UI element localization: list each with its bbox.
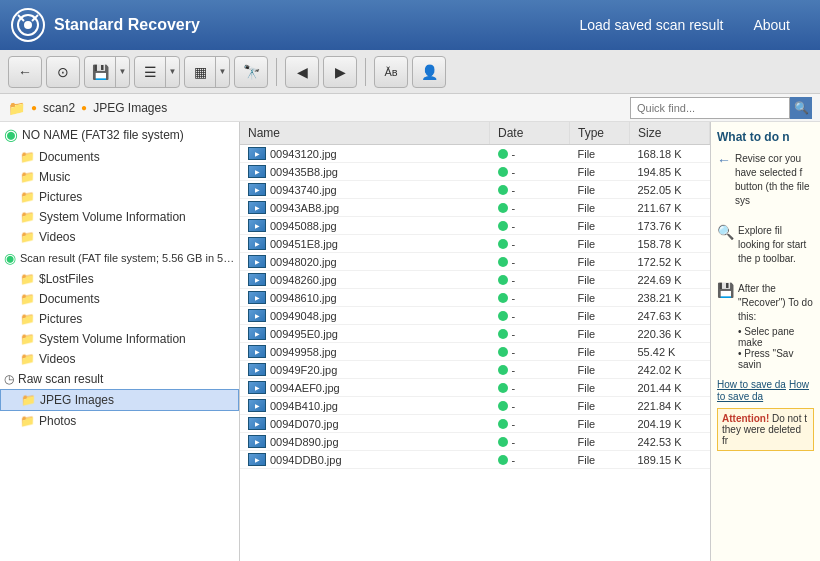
tree-item-videos2[interactable]: 📁 Videos — [0, 349, 239, 369]
scan-status-icon: ◉ — [4, 250, 16, 266]
svg-point-2 — [24, 21, 32, 29]
about-link[interactable]: About — [753, 17, 790, 33]
text-button[interactable]: Ăв — [374, 56, 408, 88]
tree-item-noname[interactable]: ◉ NO NAME (FAT32 file system) — [0, 122, 239, 147]
tree-item-label: Pictures — [39, 312, 82, 326]
file-name: 00949048.jpg — [270, 310, 337, 322]
date-container: - — [498, 382, 562, 394]
back-button[interactable]: ← — [8, 56, 42, 88]
col-date[interactable]: Date — [490, 122, 570, 145]
table-row[interactable]: ▶ 00943AB8.jpg - File 211.67 K — [240, 199, 710, 217]
file-name-cell: ▶ 00945088.jpg — [240, 217, 490, 235]
search-button[interactable]: ⊙ — [46, 56, 80, 88]
list-button[interactable]: ☰ — [135, 56, 165, 88]
file-type-icon: ▶ — [248, 291, 266, 304]
tree-item-jpeg-images[interactable]: 📁 JPEG Images — [0, 389, 239, 411]
table-row[interactable]: ▶ 00948020.jpg - File 172.52 K — [240, 253, 710, 271]
file-date-cell: - — [490, 235, 570, 253]
file-name-cell: ▶ 009435B8.jpg — [240, 163, 490, 181]
col-type[interactable]: Type — [570, 122, 630, 145]
table-row[interactable]: ▶ 00948260.jpg - File 224.69 K — [240, 271, 710, 289]
table-row[interactable]: ▶ 0094D070.jpg - File 204.19 K — [240, 415, 710, 433]
table-row[interactable]: ▶ 0094DDB0.jpg - File 189.15 K — [240, 451, 710, 469]
play-icon: ▶ — [255, 366, 260, 373]
file-type-cell: File — [570, 343, 630, 361]
file-date-cell: - — [490, 307, 570, 325]
list-dropdown-arrow[interactable]: ▼ — [165, 56, 179, 88]
col-name[interactable]: Name — [240, 122, 490, 145]
quick-find-container: 🔍 — [630, 97, 812, 119]
folder-gray-icon: 📁 — [21, 393, 36, 407]
next-button[interactable]: ▶ — [323, 56, 357, 88]
table-row[interactable]: ▶ 00948610.jpg - File 238.21 K — [240, 289, 710, 307]
table-row[interactable]: ▶ 00943120.jpg - File 168.18 K — [240, 145, 710, 163]
tree-item-sysvolinfo2[interactable]: 📁 System Volume Information — [0, 329, 239, 349]
tree-item-lostfiles[interactable]: 📁 $LostFiles — [0, 269, 239, 289]
file-type-icon: ▶ — [248, 201, 266, 214]
header: Standard Recovery Load saved scan result… — [0, 0, 820, 50]
table-row[interactable]: ▶ 00949F20.jpg - File 242.02 K — [240, 361, 710, 379]
how-to-save-link[interactable]: How to save da — [717, 379, 786, 390]
right-panel: What to do n ← Revise cor you have selec… — [710, 122, 820, 561]
quick-find-input[interactable] — [630, 97, 790, 119]
tree-item-music[interactable]: 📁 Music — [0, 167, 239, 187]
tree-item-videos1[interactable]: 📁 Videos — [0, 227, 239, 247]
file-date-cell: - — [490, 451, 570, 469]
tree-item-scanresult[interactable]: ◉ Scan result (FAT file system; 5.56 GB … — [0, 247, 239, 269]
table-row[interactable]: ▶ 009435B8.jpg - File 194.85 K — [240, 163, 710, 181]
breadcrumb-path1[interactable]: scan2 — [43, 101, 75, 115]
file-name-cell: ▶ 00949958.jpg — [240, 343, 490, 361]
play-icon: ▶ — [255, 150, 260, 157]
file-table: Name Date Type Size ▶ 00943120.jpg - — [240, 122, 710, 469]
col-size[interactable]: Size — [630, 122, 710, 145]
file-type-icon: ▶ — [248, 381, 266, 394]
file-type-cell: File — [570, 289, 630, 307]
save-dropdown-arrow[interactable]: ▼ — [115, 56, 129, 88]
load-scan-link[interactable]: Load saved scan result — [579, 17, 723, 33]
grid-button[interactable]: ▦ — [185, 56, 215, 88]
tree-item-label: System Volume Information — [39, 332, 186, 346]
file-date: - — [512, 400, 516, 412]
file-type-icon: ▶ — [248, 363, 266, 376]
tree-item-pictures1[interactable]: 📁 Pictures — [0, 187, 239, 207]
file-name: 00948260.jpg — [270, 274, 337, 286]
file-name-cell: ▶ 0094AEF0.jpg — [240, 379, 490, 397]
table-row[interactable]: ▶ 00949958.jpg - File 55.42 K — [240, 343, 710, 361]
grid-dropdown-arrow[interactable]: ▼ — [215, 56, 229, 88]
tree-item-photos[interactable]: 📁 Photos — [0, 411, 239, 431]
table-row[interactable]: ▶ 00945088.jpg - File 173.76 K — [240, 217, 710, 235]
folder-icon: 📁 — [20, 332, 35, 346]
tree-item-sysvolinfo1[interactable]: 📁 System Volume Information — [0, 207, 239, 227]
file-name: 0094DDB0.jpg — [270, 454, 342, 466]
prev-button[interactable]: ◀ — [285, 56, 319, 88]
chevron-down-icon-3: ▼ — [219, 67, 227, 76]
date-container: - — [498, 436, 562, 448]
table-row[interactable]: ▶ 00943740.jpg - File 252.05 K — [240, 181, 710, 199]
profile-button[interactable]: 👤 — [412, 56, 446, 88]
find-button[interactable]: 🔭 — [234, 56, 268, 88]
file-type-icon: ▶ — [248, 453, 266, 466]
header-nav: Load saved scan result About — [579, 17, 790, 33]
play-icon: ▶ — [255, 186, 260, 193]
table-row[interactable]: ▶ 0094AEF0.jpg - File 201.44 K — [240, 379, 710, 397]
tree-item-pictures2[interactable]: 📁 Pictures — [0, 309, 239, 329]
table-row[interactable]: ▶ 00949048.jpg - File 247.63 K — [240, 307, 710, 325]
quick-find-button[interactable]: 🔍 — [790, 97, 812, 119]
table-row[interactable]: ▶ 009495E0.jpg - File 220.36 K — [240, 325, 710, 343]
save-button[interactable]: 💾 — [85, 56, 115, 88]
tree-item-rawscan[interactable]: ◷ Raw scan result — [0, 369, 239, 389]
tree-item-documents2[interactable]: 📁 Documents — [0, 289, 239, 309]
tree-item-documents1[interactable]: 📁 Documents — [0, 147, 239, 167]
status-dot — [498, 311, 508, 321]
right-panel-title: What to do n — [717, 130, 814, 144]
file-size-cell: 55.42 K — [630, 343, 710, 361]
toolbar-separator-1 — [276, 58, 277, 86]
table-row[interactable]: ▶ 0094B410.jpg - File 221.84 K — [240, 397, 710, 415]
right-panel-item-3: 💾 After the "Recover") To do this: • Sel… — [717, 282, 814, 370]
table-row[interactable]: ▶ 0094D890.jpg - File 242.53 K — [240, 433, 710, 451]
breadcrumb-path2[interactable]: JPEG Images — [93, 101, 167, 115]
status-dot — [498, 293, 508, 303]
table-row[interactable]: ▶ 009451E8.jpg - File 158.78 K — [240, 235, 710, 253]
file-size-cell: 189.15 K — [630, 451, 710, 469]
status-dot — [498, 149, 508, 159]
